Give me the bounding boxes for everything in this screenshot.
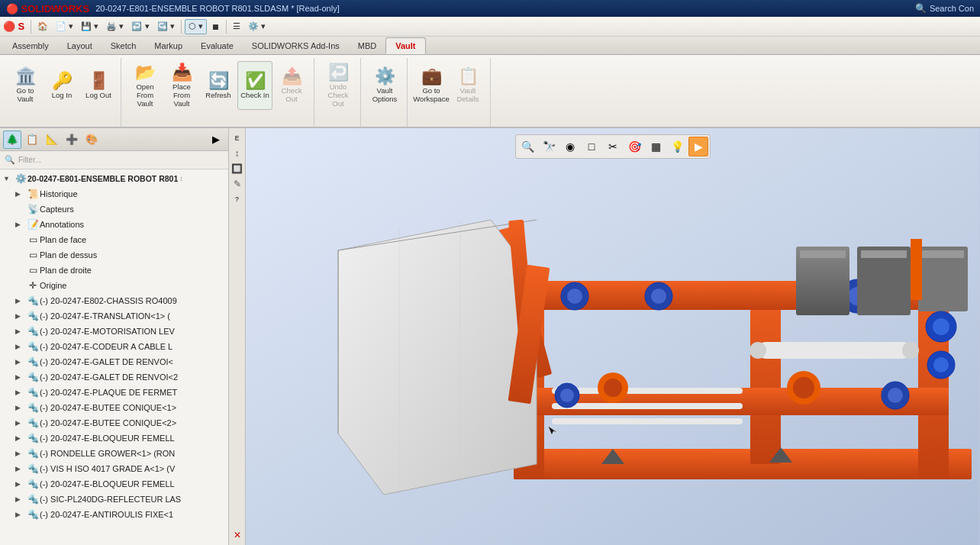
tab-evaluate[interactable]: Evaluate bbox=[192, 37, 243, 54]
vault-options-btn[interactable]: ⚙️ Vault Options bbox=[367, 61, 402, 110]
tree-item[interactable]: ▭Plan de dessus bbox=[0, 247, 228, 263]
tree-item[interactable]: ▶🔩(-) 20-0247-E802-CHASSIS RO4009 bbox=[0, 293, 228, 308]
appearance-btn[interactable]: 🎨 bbox=[82, 131, 101, 149]
tab-markup[interactable]: Markup bbox=[145, 37, 192, 54]
side-icon-rect[interactable]: 🔲 bbox=[230, 162, 244, 176]
redo-btn[interactable]: ↪️ ▾ bbox=[154, 19, 178, 34]
tab-vault[interactable]: Vault bbox=[385, 37, 425, 54]
svg-rect-15 bbox=[552, 418, 743, 424]
goto-workspace-btn[interactable]: 💼 Go toWorkspace bbox=[414, 61, 449, 110]
rotate-btn[interactable]: ◉ bbox=[560, 137, 580, 156]
svg-point-46 bbox=[933, 357, 949, 372]
tab-sketch[interactable]: Sketch bbox=[102, 37, 146, 54]
open-from-vault-btn[interactable]: 📂 OpenFromVault bbox=[127, 61, 163, 110]
side-icon-arrows[interactable]: ↕ bbox=[230, 147, 244, 160]
tree-item-icon: 🔩 bbox=[26, 431, 40, 445]
tree-item[interactable]: ▶📝Annotations bbox=[0, 217, 228, 232]
tree-item-icon: 🔩 bbox=[26, 324, 40, 338]
section-btn[interactable]: ✂ bbox=[603, 137, 623, 156]
tree-item-arrow: ▶ bbox=[15, 190, 26, 198]
place-from-vault-btn[interactable]: 📥 PlaceFromVault bbox=[164, 61, 199, 110]
filter-text: Filter... bbox=[18, 156, 41, 164]
tab-layout[interactable]: Layout bbox=[58, 37, 102, 54]
side-icon-edit[interactable]: ✎ bbox=[230, 177, 244, 191]
tree-item[interactable]: ▶🔩(-) 20-0247-E-ANTIROULIS FIXE<1 bbox=[0, 507, 228, 522]
tree-item[interactable]: ✛Origine bbox=[0, 278, 228, 293]
expand-btn[interactable]: ▶ bbox=[207, 131, 225, 149]
target-btn[interactable]: 🎯 bbox=[624, 137, 644, 156]
undo-checkout-btn[interactable]: ↩️ Undo Check Out bbox=[321, 61, 356, 110]
side-icon-e[interactable]: E bbox=[230, 131, 244, 145]
select-btn[interactable]: ⬡ ▾ bbox=[185, 19, 207, 34]
search-con-area[interactable]: 🔍 Search Con bbox=[915, 3, 974, 14]
tree-item[interactable]: ▶🔩(-) 20-0247-E-PLAQUE DE FERMET bbox=[0, 385, 228, 400]
tree-item[interactable]: ▶🔩(-) 20-0247-E-BLOQUEUR FEMELL bbox=[0, 431, 228, 446]
tree-item-label: Historique bbox=[40, 189, 78, 198]
tree-root-item[interactable]: ▼ ⚙️ 20-0247-E801-ENSEMBLE ROBOT R801 ↕ bbox=[0, 171, 228, 186]
pan-btn[interactable]: 🔭 bbox=[539, 137, 559, 156]
property-mgr-btn[interactable]: 📋 bbox=[23, 131, 41, 149]
tab-addins[interactable]: SOLIDWORKS Add-Ins bbox=[243, 37, 349, 54]
tree-item[interactable]: ▶🔩(-) 20-0247-E-GALET DE RENVOI<2 bbox=[0, 369, 228, 385]
tree-item[interactable]: ▶🔩(-) 20-0247-E-BUTEE CONIQUE<1> bbox=[0, 400, 228, 415]
side-icon-help[interactable]: ? bbox=[230, 192, 244, 206]
tree-item-icon: ▭ bbox=[26, 248, 40, 262]
settings-btn[interactable]: ⚙️ ▾ bbox=[245, 19, 269, 34]
tree-item[interactable]: ▶🔩(-) RONDELLE GROWER<1> (RON bbox=[0, 446, 228, 461]
tree-item[interactable]: ▶📜Historique bbox=[0, 186, 228, 202]
undo-checkout-label: Undo Check Out bbox=[323, 82, 353, 108]
new-btn[interactable]: 📄 ▾ bbox=[53, 19, 76, 34]
feature-toolbar: 🌲 📋 📐 ➕ 🎨 ▶ bbox=[0, 128, 228, 151]
dim-expert-btn[interactable]: ➕ bbox=[63, 131, 81, 149]
tree-item-label: (-) SIC-PL240DG-REFLECTEUR LAS bbox=[40, 495, 181, 504]
tree-item[interactable]: ▶🔩(-) 20-0247-E-BLOQUEUR FEMELL bbox=[0, 476, 228, 492]
checkout-btn[interactable]: 📤 CheckOut bbox=[274, 61, 309, 110]
tree-root-label: 20-0247-E801-ENSEMBLE ROBOT R801 bbox=[27, 174, 178, 183]
toolbar-sep-2 bbox=[181, 20, 182, 34]
left-panel: 🌲 📋 📐 ➕ 🎨 ▶ 🔍 Filter... ▼ ⚙️ 20-0247-E80… bbox=[0, 128, 229, 545]
tree-item[interactable]: ▶🔩(-) 20-0247-E-BUTEE CONIQUE<2> bbox=[0, 415, 228, 431]
goto-vault-btn[interactable]: 🏛️ Go toVault bbox=[8, 61, 43, 110]
tree-item[interactable]: ▭Plan de face bbox=[0, 232, 228, 247]
vault-options-label: Vault Options bbox=[369, 86, 400, 103]
logout-btn[interactable]: 🚪 Log Out bbox=[81, 61, 116, 110]
refresh-btn[interactable]: 🔄 Refresh bbox=[201, 61, 236, 110]
zoom-btn[interactable]: 🔍 bbox=[517, 137, 537, 156]
solidworks-logo-toolbar: 🔴 S bbox=[3, 21, 24, 32]
vault-details-btn[interactable]: 📋 VaultDetails bbox=[450, 61, 485, 110]
svg-point-38 bbox=[750, 342, 766, 359]
tree-item[interactable]: ▶🔩(-) 20-0247-E-CODEUR A CABLE L bbox=[0, 339, 228, 354]
tree-root-scroll-indicator: ↕ bbox=[179, 175, 183, 182]
tree-item[interactable]: ▶🔩(-) VIS H ISO 4017 GRADE A<1> (V bbox=[0, 461, 228, 476]
tree-item-label: (-) 20-0247-E-TRANSLATION<1> ( bbox=[40, 311, 170, 321]
undo-btn[interactable]: ↩️ ▾ bbox=[128, 19, 152, 34]
home-btn[interactable]: 🏠 bbox=[34, 19, 51, 34]
feature-tree-btn[interactable]: 🌲 bbox=[3, 131, 21, 149]
print-btn[interactable]: 🖨️ ▾ bbox=[103, 19, 127, 34]
tree-item[interactable]: ▭Plan de droite bbox=[0, 263, 228, 278]
tab-mbd[interactable]: MBD bbox=[349, 37, 385, 54]
save-btn[interactable]: 💾 ▾ bbox=[78, 19, 102, 34]
tree-item-icon: 🔩 bbox=[26, 355, 40, 369]
login-btn[interactable]: 🔑 Log In bbox=[44, 61, 79, 110]
tree-item[interactable]: 📡Capteurs bbox=[0, 202, 228, 217]
grid-view-btn[interactable]: ▦ bbox=[646, 137, 666, 156]
3d-viewport[interactable]: 🔍 🔭 ◉ □ ✂ 🎯 ▦ 💡 ▶ bbox=[246, 128, 980, 545]
tree-item-icon: ▭ bbox=[26, 233, 40, 247]
tree-item[interactable]: ▶🔩(-) 20-0247-E-MOTORISATION LEV bbox=[0, 324, 228, 339]
open-from-vault-label: OpenFromVault bbox=[136, 82, 153, 108]
svg-point-44 bbox=[933, 318, 949, 335]
checkin-btn[interactable]: ✅ Check In bbox=[237, 61, 272, 110]
tree-item-icon: 🔩 bbox=[26, 492, 40, 506]
grid-btn[interactable]: ☰ bbox=[230, 19, 243, 34]
render-mode-btn[interactable]: ▶ bbox=[688, 137, 708, 156]
config-mgr-btn[interactable]: 📐 bbox=[43, 131, 61, 149]
stop-btn[interactable]: ⏹ bbox=[208, 19, 223, 34]
side-icon-cross[interactable]: ✕ bbox=[230, 528, 244, 542]
tree-item[interactable]: ▶🔩(-) SIC-PL240DG-REFLECTEUR LAS bbox=[0, 492, 228, 507]
tree-item[interactable]: ▶🔩(-) 20-0247-E-TRANSLATION<1> ( bbox=[0, 308, 228, 324]
light-btn[interactable]: 💡 bbox=[667, 137, 687, 156]
tab-assembly[interactable]: Assembly bbox=[3, 37, 58, 54]
tree-item[interactable]: ▶🔩(-) 20-0247-E-GALET DE RENVOI< bbox=[0, 354, 228, 369]
fit-btn[interactable]: □ bbox=[582, 137, 601, 156]
